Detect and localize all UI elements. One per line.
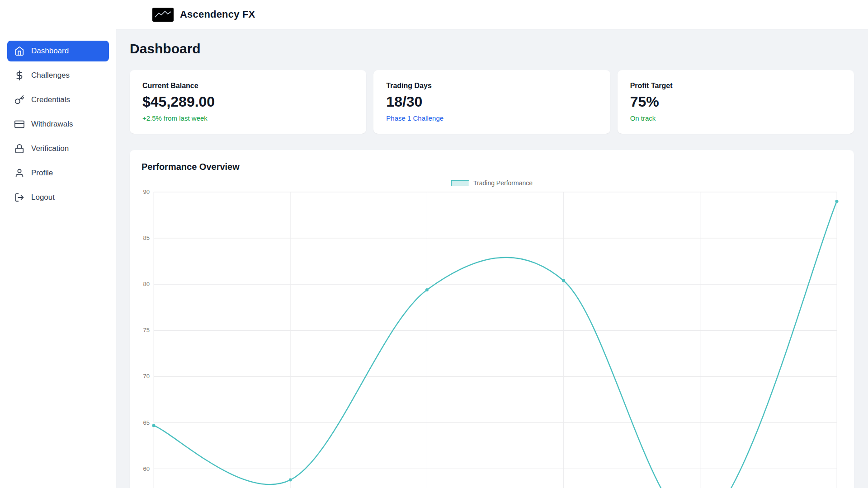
- svg-text:65: 65: [143, 419, 150, 426]
- stat-card-trading-days: Trading Days 18/30 Phase 1 Challenge: [373, 70, 610, 134]
- stat-subtitle: On track: [630, 114, 841, 122]
- stat-value: 75%: [630, 94, 841, 110]
- stat-subtitle: +2.5% from last week: [142, 114, 354, 122]
- stat-title: Profit Target: [630, 82, 841, 90]
- sidebar-item-label: Profile: [31, 169, 53, 178]
- legend-label: Trading Performance: [473, 179, 533, 187]
- user-icon: [14, 168, 24, 178]
- stat-title: Trading Days: [386, 82, 597, 90]
- stat-card-profit-target: Profit Target 75% On track: [618, 70, 854, 134]
- sidebar-item-withdrawals[interactable]: Withdrawals: [7, 114, 109, 135]
- stat-subtitle: Phase 1 Challenge: [386, 114, 597, 122]
- logout-icon: [14, 192, 24, 202]
- sidebar-item-label: Logout: [31, 193, 55, 202]
- sidebar-item-verification[interactable]: Verification: [7, 138, 109, 159]
- sidebar: Dashboard Challenges Credentials Withdra…: [0, 29, 116, 488]
- svg-text:75: 75: [143, 327, 150, 333]
- main-content: Dashboard Current Balance $45,289.00 +2.…: [116, 29, 868, 488]
- sidebar-nav: Dashboard Challenges Credentials Withdra…: [0, 41, 116, 208]
- logo-chart-icon: [152, 8, 174, 22]
- brand-name: Ascendency FX: [180, 9, 255, 20]
- credit-card-icon: [14, 119, 24, 129]
- stat-title: Current Balance: [142, 82, 354, 90]
- legend-swatch: [451, 180, 469, 186]
- svg-text:60: 60: [143, 465, 150, 472]
- sidebar-item-challenges[interactable]: Challenges: [7, 65, 109, 86]
- sidebar-item-profile[interactable]: Profile: [7, 163, 109, 183]
- chart-legend: Trading Performance: [142, 179, 842, 187]
- sidebar-item-dashboard[interactable]: Dashboard: [7, 41, 109, 61]
- stat-card-current-balance: Current Balance $45,289.00 +2.5% from la…: [130, 70, 366, 134]
- brand: Ascendency FX: [152, 8, 255, 22]
- svg-text:90: 90: [143, 188, 150, 195]
- stats-row: Current Balance $45,289.00 +2.5% from la…: [130, 70, 854, 134]
- performance-overview-card: Performance Overview Trading Performance…: [130, 150, 854, 488]
- svg-text:80: 80: [143, 281, 150, 287]
- sidebar-item-label: Credentials: [31, 95, 70, 104]
- brand-logo: [152, 8, 174, 22]
- home-icon: [14, 46, 24, 56]
- stat-value: $45,289.00: [142, 94, 354, 110]
- sidebar-item-label: Verification: [31, 144, 69, 153]
- performance-chart: 908580757065605550: [142, 188, 842, 488]
- sidebar-item-credentials[interactable]: Credentials: [7, 89, 109, 110]
- sidebar-item-label: Withdrawals: [31, 120, 73, 129]
- page-title: Dashboard: [130, 41, 854, 56]
- lock-icon: [14, 144, 24, 154]
- svg-text:70: 70: [143, 373, 150, 380]
- dollar-icon: [14, 70, 24, 80]
- sidebar-item-label: Dashboard: [31, 47, 69, 56]
- app-header: Ascendency FX: [0, 0, 868, 29]
- svg-text:85: 85: [143, 235, 150, 241]
- chart-title: Performance Overview: [142, 162, 842, 172]
- key-icon: [14, 95, 24, 105]
- sidebar-item-label: Challenges: [31, 71, 70, 80]
- stat-value: 18/30: [386, 94, 597, 110]
- sidebar-item-logout[interactable]: Logout: [7, 187, 109, 208]
